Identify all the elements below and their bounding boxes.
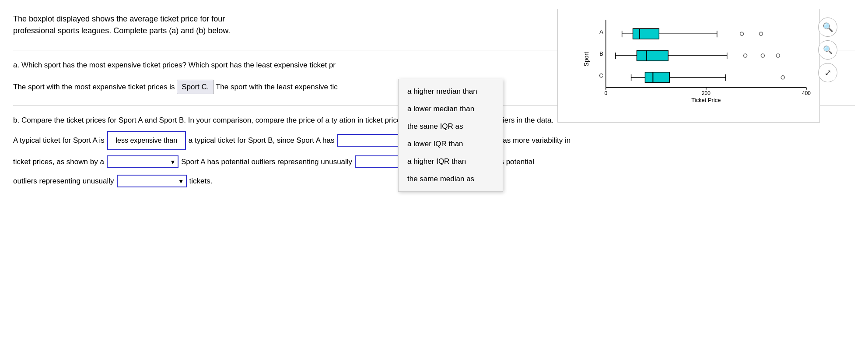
svg-point-36 [781,76,784,79]
dropdown-popup: a higher median than a lower median than… [398,79,503,192]
sentence3-suffix: tickets. [189,174,213,189]
intro-text: The boxplot displayed shows the average … [13,13,276,37]
svg-text:Sport: Sport [584,52,590,66]
zoom-out-icon: 🔍 [823,45,833,55]
main-container: The boxplot displayed shows the average … [0,0,868,206]
sentence1-has-more: has more variability in [499,133,570,148]
intro-line1: The boxplot displayed shows the average … [13,14,225,23]
question-a-text: Which sport has the most expensive ticke… [21,61,336,69]
svg-text:200: 200 [702,90,710,96]
answer-a-prefix: The sport with the most expensive ticket… [13,83,175,91]
sentence3-prefix: outliers representing unusually [13,174,114,189]
intro-line2: professional sports leagues. Complete pa… [13,26,230,35]
svg-rect-23 [637,50,668,61]
svg-point-28 [761,54,764,57]
question-b-label: b. [13,116,21,124]
less-expensive-than-box: less expensive than [107,131,186,150]
chart-controls: 🔍 🔍 ⤢ [818,18,837,82]
boxplot-chart: Sport 0 200 400 Ticket Price A B C [584,14,811,105]
question-a-label: a. [13,61,21,69]
popup-item-lower-iqr[interactable]: a lower IQR than [399,135,503,153]
most-expensive-sport: Sport C. [177,80,214,94]
svg-text:A: A [599,28,603,35]
svg-point-20 [759,32,763,35]
svg-text:400: 400 [802,90,811,96]
sentence1-middle: a typical ticket for Sport B, since Spor… [189,133,335,148]
chart-area: Sport 0 200 400 Ticket Price A B C [557,9,842,131]
zoom-in-button[interactable]: 🔍 [818,18,837,37]
dropdown-5[interactable]: expensive cheap high-priced low-priced [117,175,187,187]
svg-text:Ticket Price: Ticket Price [691,97,721,103]
svg-point-27 [744,54,747,57]
external-link-button[interactable]: ⤢ [818,63,837,82]
external-link-icon: ⤢ [825,68,831,77]
svg-text:0: 0 [604,90,607,96]
svg-rect-32 [645,72,669,83]
answer-a-middle: The sport with the least expensive tic [216,83,338,91]
chart-wrapper: Sport 0 200 400 Ticket Price A B C [557,9,820,123]
dropdown-3-container: a higher IQR a lower IQR a wider range a… [107,155,178,169]
popup-item-same-median[interactable]: the same median as [399,170,503,188]
popup-item-same-iqr[interactable]: the same IQR as [399,118,503,135]
svg-point-29 [776,54,780,57]
dropdown-3[interactable]: a higher IQR a lower IQR a wider range a… [107,155,178,168]
zoom-in-icon: 🔍 [822,22,833,32]
svg-rect-15 [633,28,659,39]
zoom-out-button[interactable]: 🔍 [818,40,837,60]
popup-item-higher-iqr[interactable]: a higher IQR than [399,153,503,170]
sentence1-prefix: A typical ticket for Sport A is [13,133,105,148]
svg-text:C: C [599,72,603,79]
dropdown-5-container: expensive cheap high-priced low-priced ▼ [117,174,187,189]
sentence2-prefix: ticket prices, as shown by a [13,155,104,169]
popup-item-lower-median[interactable]: a lower median than [399,100,503,118]
question-b-text: Compare the ticket prices for Sport A an… [21,116,337,124]
svg-point-19 [740,32,744,35]
popup-item-higher-median[interactable]: a higher median than [399,83,503,100]
svg-text:B: B [599,50,603,57]
sentence2-middle: Sport A has potential outliers represent… [181,155,352,169]
